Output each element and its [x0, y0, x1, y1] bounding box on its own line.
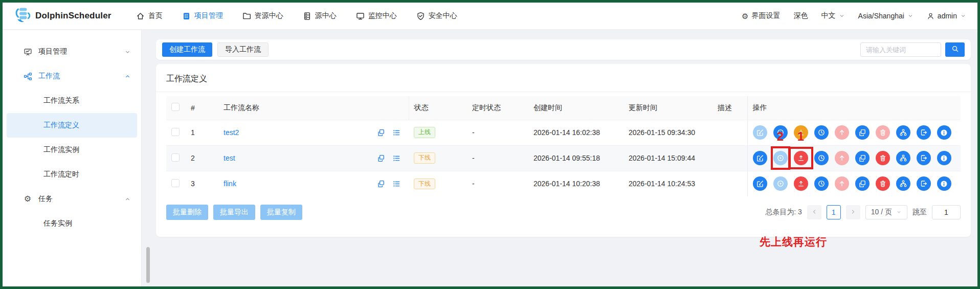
prev-page-button[interactable] — [807, 205, 821, 219]
action-export-button[interactable] — [917, 125, 931, 140]
action-delete-button[interactable] — [876, 176, 890, 191]
page-number-button[interactable]: 1 — [827, 205, 841, 219]
action-tree-button[interactable] — [896, 151, 910, 165]
search-button[interactable] — [945, 42, 965, 57]
batch-button-2[interactable]: 批量复制 — [260, 205, 302, 220]
sidebar-item-workflow-timing[interactable]: 工作流定时 — [7, 162, 137, 187]
create-workflow-button[interactable]: 创建工作流 — [162, 42, 212, 57]
nav-item-resource[interactable]: 资源中心 — [242, 11, 283, 20]
copy-icon — [859, 180, 866, 187]
action-copy-button[interactable] — [855, 151, 870, 165]
theme-toggle[interactable]: 深色 — [794, 11, 808, 20]
action-info-button[interactable] — [937, 151, 951, 165]
action-arrow-up-button[interactable] — [835, 176, 849, 191]
workflow-name-link[interactable]: test2 — [224, 128, 377, 137]
copy-icon — [859, 129, 866, 136]
main-nav: 首页项目管理资源中心源中心监控中心安全中心 — [136, 11, 742, 20]
search-input[interactable] — [860, 42, 941, 57]
action-run-button[interactable] — [773, 151, 788, 165]
chevron-down-icon — [896, 208, 902, 216]
action-export-button[interactable] — [917, 176, 931, 191]
copy-name-icon[interactable] — [377, 180, 385, 187]
row-checkbox[interactable] — [171, 179, 180, 187]
nav-item-project[interactable]: 项目管理 — [182, 11, 223, 20]
search-icon — [951, 45, 959, 55]
nav-item-label: 源中心 — [315, 11, 337, 20]
timing-icon — [818, 154, 825, 162]
task-list-icon[interactable] — [393, 154, 400, 162]
action-delete-button[interactable] — [876, 151, 890, 165]
gear-icon: ⚙ — [742, 12, 748, 20]
action-copy-button[interactable] — [855, 176, 870, 191]
pagination: 总条目为: 3 1 10 / 页 跳至 — [765, 205, 961, 219]
page-size-select[interactable]: 10 / 页 — [865, 205, 907, 219]
row-checkbox[interactable] — [171, 153, 180, 162]
nav-item-security[interactable]: 安全中心 — [416, 11, 457, 20]
action-copy-button[interactable] — [855, 125, 870, 140]
home-icon — [136, 12, 145, 20]
ui-settings-button[interactable]: ⚙ 界面设置 — [742, 11, 780, 20]
batch-button-1[interactable]: 批量导出 — [213, 205, 255, 220]
nav-item-source[interactable]: 源中心 — [303, 11, 337, 20]
next-page-button[interactable] — [846, 205, 860, 219]
info-icon — [940, 154, 948, 162]
sidebar-item-workflow-instance[interactable]: 工作流实例 — [7, 138, 137, 162]
action-export-button[interactable] — [917, 151, 931, 165]
sidebar-item-task[interactable]: ⚙任务 — [3, 187, 141, 211]
batch-button-0[interactable]: 批量删除 — [166, 205, 208, 220]
action-tree-button[interactable] — [896, 176, 910, 191]
copy-name-icon[interactable] — [377, 154, 385, 162]
edit-icon — [756, 180, 764, 187]
action-arrow-up-button[interactable] — [835, 151, 849, 165]
column-header-5: 更新时间 — [623, 96, 712, 120]
gear-icon: ⚙ — [24, 195, 31, 203]
nav-item-label: 首页 — [148, 11, 163, 20]
nav-item-home[interactable]: 首页 — [136, 11, 163, 20]
column-header-6: 描述 — [712, 96, 747, 120]
task-list-icon[interactable] — [393, 129, 400, 137]
row-checkbox[interactable] — [171, 128, 180, 136]
project-icon — [182, 12, 191, 20]
nav-item-monitor[interactable]: 监控中心 — [356, 11, 397, 20]
workflow-name-link[interactable]: flink — [224, 180, 377, 188]
action-edit-button[interactable] — [753, 176, 767, 191]
info-icon — [940, 129, 948, 137]
action-edit-button[interactable] — [753, 125, 767, 140]
action-delete-button[interactable] — [876, 125, 890, 140]
online-icon — [797, 154, 805, 162]
brand[interactable]: DolphinScheduler — [14, 6, 112, 26]
select-all-checkbox[interactable] — [171, 103, 180, 111]
sidebar-item-workflow-relation[interactable]: 工作流关系 — [7, 88, 137, 113]
created-time: 2026-01-14 16:02:38 — [528, 120, 623, 145]
jump-to-input[interactable] — [932, 205, 961, 219]
page-title: 工作流定义 — [166, 72, 961, 92]
sidebar-item-task-instance[interactable]: 任务实例 — [7, 211, 137, 236]
nav-item-label: 安全中心 — [429, 11, 457, 20]
export-icon — [920, 129, 927, 136]
language-select[interactable]: 中文 — [821, 11, 845, 20]
column-header-1: 工作流名称 — [218, 96, 409, 120]
vertical-scrollbar[interactable] — [146, 247, 150, 283]
action-online-button[interactable] — [794, 151, 808, 165]
user-menu[interactable]: admin — [927, 12, 966, 20]
action-arrow-up-button[interactable] — [835, 125, 849, 140]
import-workflow-button[interactable]: 导入工作流 — [217, 42, 269, 57]
copy-name-icon[interactable] — [377, 129, 385, 136]
action-run-button[interactable] — [773, 176, 788, 191]
delete-icon — [879, 180, 886, 187]
action-timing-button[interactable] — [814, 125, 829, 140]
action-timing-button[interactable] — [814, 176, 829, 191]
sidebar-item-workflow-definition[interactable]: 工作流定义 — [7, 113, 137, 138]
action-edit-button[interactable] — [753, 151, 767, 165]
timezone-select[interactable]: Asia/Shanghai — [858, 12, 914, 20]
workflow-name-link[interactable]: test — [224, 154, 377, 162]
action-info-button[interactable] — [937, 176, 951, 191]
sidebar-item-workflow[interactable]: 工作流 — [3, 64, 141, 88]
action-online-button[interactable] — [794, 176, 808, 191]
sidebar-item-project-management[interactable]: 项目管理 — [3, 39, 141, 64]
action-info-button[interactable] — [937, 125, 951, 140]
task-list-icon[interactable] — [393, 180, 400, 188]
action-tree-button[interactable] — [896, 125, 910, 140]
schedule-status: - — [467, 145, 528, 171]
action-timing-button[interactable] — [814, 151, 829, 165]
